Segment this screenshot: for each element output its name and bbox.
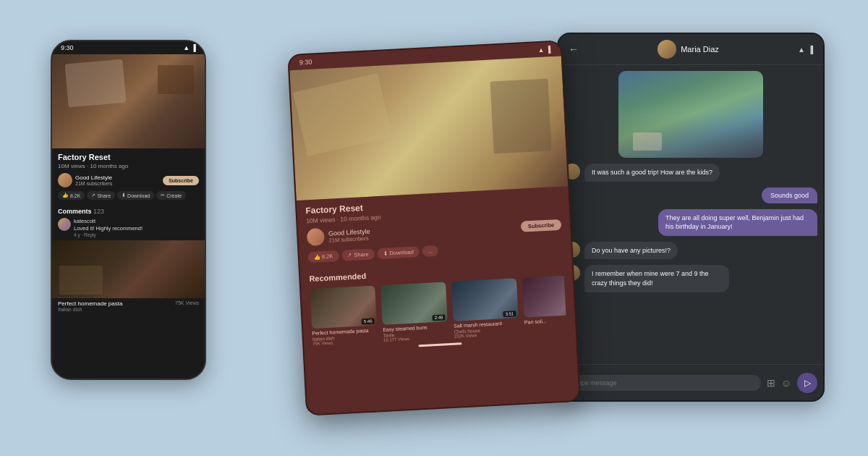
recommended-grid: 5:46 Perfect homemade pasta Italian dish…	[310, 276, 567, 347]
phone-actions-row: 👍 8.2K ↗ Share ⬇ Download ✂ Create	[58, 191, 199, 200]
phone-subscribe-button[interactable]: Subscribe	[163, 176, 199, 185]
message-sent-1: They are all doing super well, Benjamin …	[564, 209, 817, 236]
rec-thumb-2: 3:51	[451, 278, 519, 321]
phone-thumb2-views: 75K Views	[175, 300, 199, 307]
rec-item-2: 3:51 Salt marsh restaurant Chefs house 2…	[451, 278, 519, 339]
msg-bubble-received-2: I remember when mine were 7 and 9 the cr…	[584, 265, 729, 292]
contact-avatar	[658, 40, 676, 59]
phone-content: Factory Reset 10M views · 10 months ago …	[52, 54, 205, 379]
send-button[interactable]: ▷	[797, 373, 817, 393]
tablet-center-channel-avatar	[307, 228, 325, 246]
phone-download-chip[interactable]: ⬇ Download	[117, 191, 154, 200]
rec-duration-2: 3:51	[503, 311, 516, 317]
phone-status-bar: 9:30 ▲ ▐	[52, 41, 205, 54]
phone-thumbnail-2	[52, 240, 205, 298]
phone-channel-subs: 21M subscribers	[75, 181, 112, 186]
msg-bubble-received-0: It was such a good trip! How are the kid…	[584, 164, 720, 182]
recommended-section: Recommended 5:46 Perfect homemade pasta …	[300, 255, 576, 363]
image-attach-icon[interactable]: ⊞	[767, 377, 775, 389]
tablet-center-icons: ▲ ▐	[537, 46, 550, 54]
tablet-right-header: ← Maria Diaz ▲ ▐	[558, 34, 823, 65]
tc-more-chip[interactable]: ...	[422, 245, 438, 257]
phone-video-meta: 10M views · 10 months ago	[58, 163, 199, 169]
msg-bubble-received-1: Do you have any pictures!?	[584, 242, 678, 260]
message-received-0: It was such a good trip! How are the kid…	[564, 164, 817, 182]
phone-comment-author: katescott	[74, 218, 142, 225]
back-icon[interactable]: ←	[569, 43, 579, 55]
rec-item-0: 5:46 Perfect homemade pasta Italian dish…	[310, 285, 378, 346]
phone-comment-avatar	[58, 218, 71, 231]
rec-thumb-3	[522, 276, 567, 318]
message-received-2: I remember when mine were 7 and 9 the cr…	[564, 265, 817, 292]
tablet-center-channel-details: Good Lifestyle 21M subscribers	[328, 227, 370, 243]
phone-comments-label: Comments 123	[58, 208, 199, 215]
tablet-right-device: ← Maria Diaz ▲ ▐ It was such a good trip…	[557, 33, 825, 402]
header-status-icons: ▲ ▐	[798, 46, 813, 54]
phone-like-chip[interactable]: 👍 8.2K	[58, 191, 85, 200]
chat-content: It was such a good trip! How are the kid…	[558, 65, 823, 352]
msg-bubble-sounds-good: Sounds good	[762, 187, 817, 203]
phone-comment-text: Loved it! Highly recommend!	[74, 225, 142, 232]
phone-comment-content: katescott Loved it! Highly recommend! 4 …	[74, 218, 142, 237]
phone-channel-avatar	[58, 173, 72, 187]
rec-title-3: Pan soli...	[524, 316, 567, 326]
scroll-indicator	[418, 343, 461, 347]
phone-comments-section: Comments 123 katescott Loved it! Highly …	[52, 208, 205, 237]
phone-channel-row: Good Lifestyle 21M subscribers Subscribe	[58, 173, 199, 187]
phone-video-thumbnail	[52, 54, 205, 148]
tc-like-chip[interactable]: 👍 8.2K	[307, 250, 339, 263]
rec-duration-1: 2:49	[433, 314, 446, 321]
message-sent-sounds-good: Sounds good	[564, 187, 817, 203]
tc-share-chip[interactable]: ↗ Share	[341, 248, 375, 261]
wifi-icon: ▲	[798, 46, 805, 54]
chat-message-input[interactable]	[564, 375, 761, 391]
rec-thumb-1: 2:49	[380, 282, 448, 325]
tablet-center-video	[289, 56, 568, 200]
phone-thumb2-info: Perfect homemade pasta 75K Views Italian…	[52, 298, 205, 314]
phone-comment-item: katescott Loved it! Highly recommend! 4 …	[58, 218, 199, 237]
rec-item-3: Pan soli...	[522, 276, 567, 335]
send-icon: ▷	[804, 378, 811, 388]
chat-input-area: ⊞ ☺ ▷	[558, 364, 823, 400]
tablet-center-time: 9:30	[299, 59, 312, 67]
emoji-icon[interactable]: ☺	[781, 377, 791, 389]
battery-icon: ▐	[808, 46, 813, 54]
tablet-center-subscribe-button[interactable]: Subscribe	[520, 219, 561, 232]
message-received-1: Do you have any pictures!?	[564, 242, 817, 260]
phone-comment-meta: 4 y · Reply	[74, 232, 142, 237]
phone-channel-info: Good Lifestyle 21M subscribers	[58, 173, 112, 187]
devices-container: 9:30 ▲ ▐ Factory Reset 10M views · 10 mo…	[36, 18, 832, 438]
phone-icons: ▲ ▐	[183, 44, 196, 51]
rec-duration-0: 5:46	[362, 318, 375, 324]
phone-time: 9:30	[61, 44, 74, 51]
msg-bubble-sent-1: They are all doing super well, Benjamin …	[658, 209, 817, 236]
phone-thumb2-title: Perfect homemade pasta	[58, 300, 122, 307]
phone-video-title: Factory Reset	[58, 153, 199, 161]
chat-shared-image	[618, 71, 763, 158]
contact-info: Maria Diaz	[658, 40, 719, 59]
phone-share-chip[interactable]: ↗ Share	[87, 191, 115, 200]
phone-video-info: Factory Reset 10M views · 10 months ago …	[52, 148, 205, 208]
rec-item-1: 2:49 Easy steamed buns Taste 16.177 View…	[380, 282, 448, 342]
phone-channel-details: Good Lifestyle 21M subscribers	[75, 174, 112, 186]
contact-name: Maria Diaz	[681, 45, 719, 54]
tablet-center-device: 9:30 ▲ ▐ Factory Reset 10M views · 10 mo…	[287, 40, 581, 415]
rec-thumb-0: 5:46	[310, 285, 377, 329]
phone-create-chip[interactable]: ✂ Create	[156, 191, 186, 200]
tc-download-chip[interactable]: ⬇ Download	[377, 246, 420, 259]
tablet-center-channel-info: Good Lifestyle 21M subscribers	[307, 226, 371, 247]
phone-device: 9:30 ▲ ▐ Factory Reset 10M views · 10 mo…	[51, 40, 206, 380]
phone-channel-name: Good Lifestyle	[75, 174, 112, 181]
phone-thumb2-subtitle: Italian dish	[58, 307, 199, 312]
